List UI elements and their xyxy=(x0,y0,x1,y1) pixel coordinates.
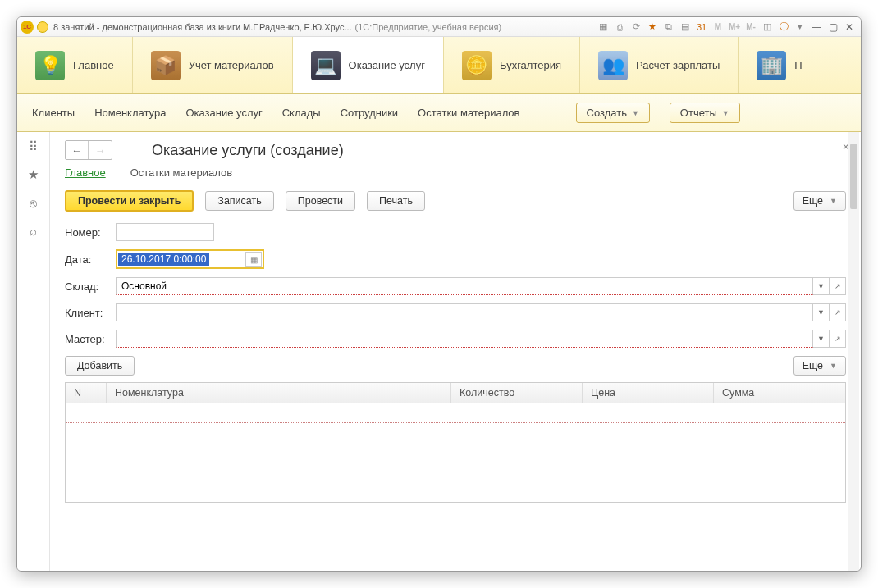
create-button[interactable]: Создать ▼ xyxy=(576,103,650,123)
coins-icon: 🪙 xyxy=(462,51,492,80)
scrollbar[interactable] xyxy=(848,132,859,571)
tabs: Главное Остатки материалов xyxy=(65,166,846,179)
more-label: Еще xyxy=(803,195,823,207)
dropdown-small-icon[interactable]: ▾ xyxy=(793,21,807,34)
building-icon: 🏢 xyxy=(757,51,786,80)
window-title: 8 занятий - демонстрационная база из кни… xyxy=(53,22,352,32)
content: × ← → Оказание услуги (создание) Главное… xyxy=(50,132,861,571)
col-quantity[interactable]: Количество xyxy=(451,383,583,403)
table-body[interactable] xyxy=(66,403,845,502)
client-label: Клиент: xyxy=(65,307,116,319)
calendar-picker-icon[interactable]: ▦ xyxy=(245,252,262,267)
print-icon[interactable]: ⎙ xyxy=(613,21,626,34)
history-icon[interactable]: ⧉ xyxy=(662,21,675,34)
section-enterprise[interactable]: 🏢 П xyxy=(739,37,821,93)
apps-icon[interactable]: ⠿ xyxy=(25,139,42,155)
section-salary[interactable]: 👥 Расчет зарплаты xyxy=(580,37,739,93)
subnav-stock[interactable]: Остатки материалов xyxy=(418,107,519,119)
section-materials[interactable]: 📦 Учет материалов xyxy=(133,37,293,93)
save-icon[interactable]: ▦ xyxy=(597,21,610,34)
subnav-services[interactable]: Оказание услуг xyxy=(185,107,262,119)
favorite-icon[interactable]: ★ xyxy=(646,21,659,34)
chevron-down-icon[interactable]: ▼ xyxy=(813,303,830,321)
dropdown-icon[interactable] xyxy=(37,21,48,33)
client-input[interactable] xyxy=(116,303,813,321)
add-row-button[interactable]: Добавить xyxy=(65,356,135,376)
search-icon[interactable]: ⌕ xyxy=(25,222,42,239)
col-nomenclature[interactable]: Номенклатура xyxy=(107,383,451,403)
chevron-down-icon: ▼ xyxy=(632,109,639,117)
section-label: Учет материалов xyxy=(189,59,274,71)
scrollbar-thumb[interactable] xyxy=(850,144,857,209)
m-plus-icon[interactable]: M+ xyxy=(728,21,741,34)
more-button[interactable]: Еще ▼ xyxy=(793,191,846,211)
reports-label: Отчеты xyxy=(680,107,717,119)
items-table: N Номенклатура Количество Цена Сумма xyxy=(65,382,846,503)
col-sum[interactable]: Сумма xyxy=(714,383,845,403)
post-button[interactable]: Провести xyxy=(286,191,355,211)
open-ref-icon[interactable]: ↗ xyxy=(830,330,846,348)
boxes-icon: 📦 xyxy=(151,51,181,80)
clipboard-icon[interactable]: ⎋ xyxy=(25,194,42,211)
print-button[interactable]: Печать xyxy=(367,191,425,211)
calendar-icon[interactable]: 31 xyxy=(695,21,708,34)
warehouse-input[interactable] xyxy=(116,277,813,295)
date-input[interactable]: 26.10.2017 0:00:00 xyxy=(118,253,209,266)
people-icon: 👥 xyxy=(598,51,628,80)
section-main[interactable]: 💡 Главное xyxy=(17,37,133,93)
cash-register-icon: 💻 xyxy=(311,51,341,80)
tab-stock[interactable]: Остатки материалов xyxy=(130,166,232,179)
maximize-button[interactable]: ▢ xyxy=(825,21,840,34)
table-more-button[interactable]: Еще ▼ xyxy=(793,356,846,376)
section-bar: 💡 Главное 📦 Учет материалов 💻 Оказание у… xyxy=(17,37,861,94)
section-services[interactable]: 💻 Оказание услуг xyxy=(293,37,444,93)
chevron-down-icon[interactable]: ▼ xyxy=(813,330,830,348)
warehouse-label: Склад: xyxy=(65,280,116,293)
date-label: Дата: xyxy=(65,253,116,266)
forward-button[interactable]: → xyxy=(89,141,112,159)
date-input-wrap: 26.10.2017 0:00:00 ▦ xyxy=(116,249,264,269)
back-button[interactable]: ← xyxy=(66,141,89,159)
save-button[interactable]: Записать xyxy=(205,191,273,211)
master-input[interactable] xyxy=(116,330,813,348)
section-label: Бухгалтерия xyxy=(500,59,561,71)
window-subtitle: (1С:Предприятие, учебная версия) xyxy=(355,22,502,32)
minimize-button[interactable]: — xyxy=(809,21,824,34)
form: Номер: Дата: 26.10.2017 0:00:00 ▦ Склад: xyxy=(65,223,846,503)
sidebar: ⠿ ★ ⎋ ⌕ xyxy=(17,132,50,571)
close-button[interactable]: ✕ xyxy=(842,21,857,34)
number-input[interactable] xyxy=(116,223,214,241)
chevron-down-icon[interactable]: ▼ xyxy=(813,277,830,295)
star-icon[interactable]: ★ xyxy=(25,166,42,183)
m-icon[interactable]: M xyxy=(711,21,725,34)
app-logo-icon: 1C xyxy=(21,21,34,34)
panel-icon[interactable]: ◫ xyxy=(761,21,774,34)
chevron-down-icon: ▼ xyxy=(830,362,837,370)
tab-main[interactable]: Главное xyxy=(65,166,106,179)
table-row[interactable] xyxy=(66,403,845,423)
subnav-employees[interactable]: Сотрудники xyxy=(341,107,398,119)
section-label: Оказание услуг xyxy=(349,59,425,71)
subnav-warehouses[interactable]: Склады xyxy=(282,107,321,119)
open-ref-icon[interactable]: ↗ xyxy=(830,277,846,295)
nav-buttons: ← → xyxy=(65,140,112,160)
refresh-icon[interactable]: ⟳ xyxy=(629,21,642,34)
reports-button[interactable]: Отчеты ▼ xyxy=(670,103,740,123)
section-label: Расчет зарплаты xyxy=(636,59,720,71)
desk-lamp-icon: 💡 xyxy=(35,51,65,80)
m-minus-icon[interactable]: M- xyxy=(744,21,757,34)
subnav-clients[interactable]: Клиенты xyxy=(32,107,75,119)
section-accounting[interactable]: 🪙 Бухгалтерия xyxy=(444,37,580,93)
open-ref-icon[interactable]: ↗ xyxy=(830,303,846,321)
calculator-icon[interactable]: ▤ xyxy=(679,21,692,34)
section-label: П xyxy=(794,59,802,71)
more-label: Еще xyxy=(803,360,823,371)
subnav-nomenclature[interactable]: Номенклатура xyxy=(94,107,166,119)
section-label: Главное xyxy=(73,59,114,71)
info-icon[interactable]: ⓘ xyxy=(777,21,790,34)
col-n[interactable]: N xyxy=(66,383,107,403)
post-and-close-button[interactable]: Провести и закрыть xyxy=(65,190,194,212)
page-title: Оказание услуги (создание) xyxy=(152,142,344,159)
form-toolbar: Провести и закрыть Записать Провести Печ… xyxy=(65,190,846,212)
col-price[interactable]: Цена xyxy=(583,383,714,403)
